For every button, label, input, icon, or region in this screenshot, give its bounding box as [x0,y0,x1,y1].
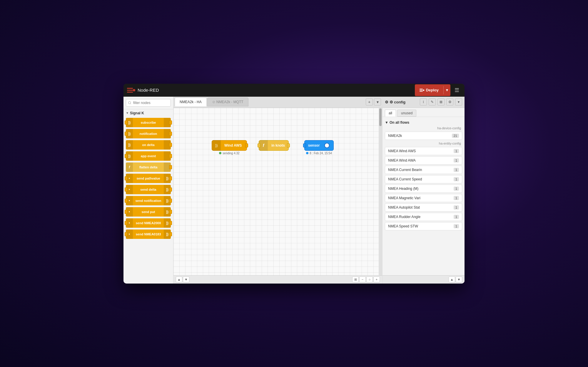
main-menu-btn[interactable]: ☰ [453,86,461,95]
canvas-zoom-out-btn[interactable]: − [359,276,366,282]
node-send-notification-right-icon: )) [164,196,171,205]
content-area: NMEA2k - HA ⊘ NMEA2k - MQTT + ▾ [173,97,382,284]
node-send-nmea2000-right-icon: )) [164,218,171,228]
tab-nmea2k-ha[interactable]: NMEA2k - HA [175,98,207,106]
node-on-delta[interactable]: )) on delta [126,140,171,150]
sensor-label: sensor [305,143,323,148]
svg-rect-4 [420,89,423,89]
config-nmea-rudder-angle[interactable]: NMEA Rudder Angle 1 [385,213,462,221]
ha-device-config-label: ha-device-config [385,126,462,130]
config-nmea-current-speed-label: NMEA Current Speed [388,177,422,181]
node-send-delta[interactable]: ● send delta )) [126,185,171,194]
node-send-nmea0183[interactable]: ● send NMEA0183 )) [126,229,171,239]
config-tab-unused[interactable]: unused [397,110,416,117]
svg-rect-1 [127,90,133,91]
in-knots-out-port [287,143,290,148]
node-on-delta-left-icon: )) [126,140,133,150]
on-all-flows-section: ▼ On all flows ha-device-config NMEA2k 2… [385,119,462,230]
nodered-logo-icon [127,87,135,93]
right-panel-nav-down-btn[interactable]: ▼ [456,276,462,282]
app-window: Node-RED Deploy ▾ ☰ [123,84,465,284]
signal-k-section-header[interactable]: ▼ Signal K [123,109,173,117]
config-panel-title-text: ⚙ config [390,100,406,104]
deploy-main[interactable]: Deploy [415,86,443,94]
canvas-nav-up-btn[interactable]: ▲ [176,276,182,282]
node-subscribe-right-icon [164,118,171,127]
right-panel-bottom-bar: ▲ ▼ [382,275,465,284]
canvas-nav-down-btn[interactable]: ▼ [183,276,189,282]
tab-nmea2k-mqtt[interactable]: ⊘ NMEA2k - MQTT [207,98,248,106]
node-app-event-left-icon: )) [126,151,133,161]
filter-input[interactable] [126,99,171,107]
section-chevron-icon: ▼ [126,111,129,115]
config-nmea-current-bearing-count: 1 [454,168,459,172]
svg-rect-2 [127,92,133,93]
config-nmea-wind-awa[interactable]: NMEA Wind AWA 1 [385,156,462,165]
canvas-zoom-in-btn[interactable]: + [373,276,380,282]
config-tabs: all unused [382,108,465,117]
canvas-scrollbar[interactable] [379,108,382,275]
config-nmea-magnetic-vari[interactable]: NMEA Magnetic Vari 1 [385,194,462,202]
config-tab-all[interactable]: all [385,110,396,117]
config-edit-btn[interactable]: ✎ [429,98,436,105]
node-send-nmea2000[interactable]: ● send NMEA2000 )) [126,218,171,228]
node-flatten-delta[interactable]: f flatten delta [126,162,171,172]
config-nmea2k-count: 21 [452,134,459,138]
config-panel-title: ⚙ ⚙ config [385,100,418,104]
node-notification[interactable]: )) notification [126,129,171,138]
node-send-pathvalue-label: send pathvalue [133,177,164,180]
config-gear-icon: ⚙ [385,100,388,104]
config-nmea-wind-awa-label: NMEA Wind AWA [388,158,416,162]
config-nmea-autopilot-stat-label: NMEA Autopilot Stat [388,205,420,210]
config-nmea-heading-m[interactable]: NMEA Heading (M) 1 [385,185,462,193]
canvas[interactable]: )) Wind AWS sending 4.32 f in knots [173,108,382,275]
config-nmea2k[interactable]: NMEA2k 21 [385,132,462,140]
deploy-dropdown-btn[interactable]: ▾ [444,86,450,94]
config-nmea-wind-aws[interactable]: NMEA Wind AWS 1 [385,147,462,155]
in-knots-in-port [258,143,260,148]
svg-rect-6 [420,91,423,92]
wind-aws-out-port [245,143,248,148]
config-nmea-wind-aws-count: 1 [454,149,459,153]
canvas-view-btn[interactable]: ⊞ [352,276,359,282]
config-nmea-current-speed-count: 1 [454,177,459,181]
config-nmea2k-label: NMEA2k [388,134,402,138]
tab-disabled-icon: ⊘ [212,100,215,104]
node-send-put[interactable]: ● send put )) [126,207,171,217]
config-nmea-speed-stw[interactable]: NMEA Speed STW 1 [385,222,462,230]
node-notification-right-icon [164,129,171,138]
config-info-btn[interactable]: i [420,98,427,105]
canvas-node-wind-aws[interactable]: )) Wind AWS sending 4.32 [212,140,247,155]
tab-nmea2k-ha-label: NMEA2k - HA [180,100,202,104]
config-trash-btn[interactable]: ⊠ [437,98,445,105]
canvas-node-sensor[interactable]: sensor 8 : Feb 24, 15:54 [304,140,334,155]
tab-dropdown-btn[interactable]: ▾ [374,98,381,105]
config-nmea-autopilot-stat-count: 1 [454,205,459,210]
node-send-nmea2000-label: send NMEA2000 [133,221,164,225]
add-tab-btn[interactable]: + [366,98,373,105]
node-send-nmea2000-left-icon: ● [126,218,133,228]
right-panel-nav-up-btn[interactable]: ▲ [449,276,455,282]
config-nmea-current-bearing[interactable]: NMEA Current Bearin 1 [385,166,462,174]
on-all-flows-header[interactable]: ▼ On all flows [385,119,462,126]
canvas-zoom-fit-btn[interactable]: ○ [366,276,373,282]
config-panel-dropdown-btn[interactable]: ▾ [455,98,462,105]
canvas-node-in-knots[interactable]: f in knots [259,140,289,151]
node-app-event[interactable]: )) app event [126,151,171,161]
node-send-notification-left-icon: ● [126,196,133,205]
config-settings-btn[interactable]: ⚙ [446,98,453,105]
node-send-nmea0183-left-icon: ● [126,229,133,239]
node-on-delta-label: on delta [133,143,164,147]
config-nmea-wind-awa-count: 1 [454,158,459,162]
node-send-nmea0183-right-icon: )) [164,229,171,239]
node-send-pathvalue[interactable]: ● send pathvalue )) [126,174,171,183]
filter-input-wrap [123,97,173,109]
titlebar-left: Node-RED [127,87,159,93]
deploy-button[interactable]: Deploy ▾ [415,84,450,96]
node-send-notification[interactable]: ● send notification )) [126,196,171,205]
wind-aws-status-text: sending 4.32 [223,152,239,155]
config-nmea-wind-aws-label: NMEA Wind AWS [388,149,416,153]
node-subscribe[interactable]: )) subscribe [126,118,171,127]
config-nmea-autopilot-stat[interactable]: NMEA Autopilot Stat 1 [385,203,462,212]
config-nmea-current-speed[interactable]: NMEA Current Speed 1 [385,175,462,183]
